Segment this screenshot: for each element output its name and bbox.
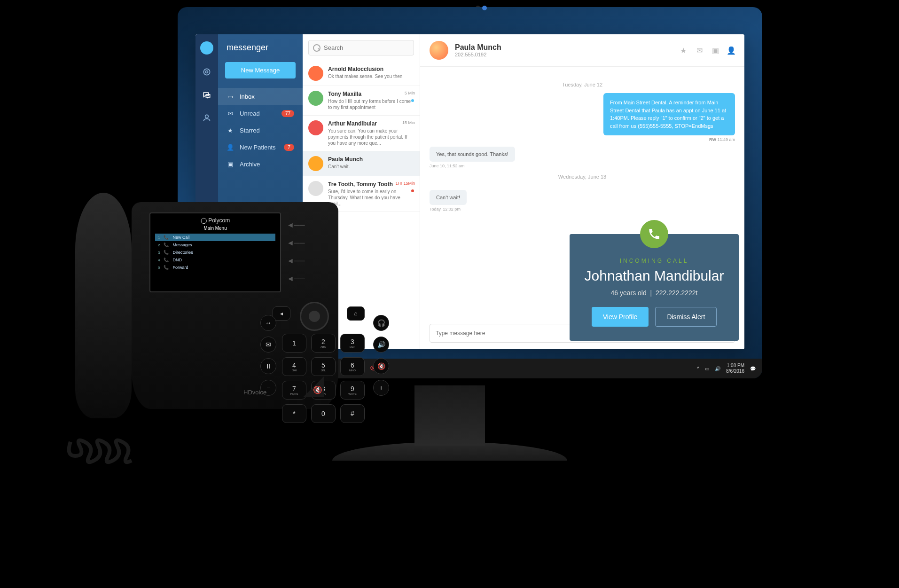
thread-preview: Ok that makes sense. See you then (328, 73, 414, 79)
thread-avatar (308, 66, 323, 81)
phone-body: ◯ Polycom Main Menu 1📞New Call2📞Messages… (132, 202, 338, 409)
phone-menu-item[interactable]: 1📞New Call (155, 234, 275, 241)
keypad-key[interactable]: 6MNO (340, 357, 365, 376)
phone-menu-item[interactable]: 5📞Forward (155, 264, 275, 271)
incoming-message-meta: June 10, 11:52 am (430, 164, 735, 168)
thread-item[interactable]: Paula Munch Can't wait. (303, 151, 420, 176)
phone-menu-title: Main Menu (155, 226, 275, 231)
contacts-icon[interactable] (201, 112, 212, 124)
incoming-call-popup: INCOMING CALL Johnathan Mandibular 46 ye… (570, 234, 739, 341)
nav-label: Starred (240, 127, 294, 134)
thread-name: Arthur Mandibular (328, 120, 414, 127)
thread-avatar (308, 156, 323, 171)
phone-mute-key[interactable]: 🔇 (373, 358, 389, 374)
search-input[interactable] (308, 40, 414, 55)
thread-preview: You sure can. You can make your payments… (328, 128, 414, 146)
tray-display-icon[interactable]: ▭ (705, 366, 709, 371)
keypad-key[interactable]: # (340, 404, 365, 423)
phone-volume-up-key[interactable]: + (373, 380, 389, 396)
date-divider: Tuesday, June 12 (430, 82, 735, 87)
keypad-key[interactable]: 1 (282, 334, 306, 353)
keypad-key[interactable]: 3DEF (340, 334, 365, 353)
keypad-key[interactable]: 2ABC (311, 334, 336, 353)
nav-label: Archive (240, 161, 294, 168)
nav-label: Unread (240, 110, 276, 117)
nav-starred[interactable]: ★ Starred (218, 122, 303, 139)
profile-avatar-icon[interactable] (200, 41, 213, 55)
mail-icon: ✉ (227, 110, 234, 117)
inbox-icon: ▭ (227, 93, 234, 100)
thread-avatar (308, 91, 323, 106)
nav-unread[interactable]: ✉ Unread 77 (218, 105, 303, 122)
phone-menu-item[interactable]: 4📞DND (155, 256, 275, 264)
phone-cord (61, 432, 146, 479)
archive-action-icon[interactable]: ▣ (711, 47, 719, 54)
incoming-call-label: INCOMING CALL (584, 258, 725, 264)
phone-brand: ◯ Polycom (155, 217, 275, 224)
keypad-key[interactable]: 0 (311, 404, 336, 423)
thread-avatar (308, 120, 323, 135)
phone-messages-key[interactable]: ✉ (260, 337, 276, 353)
incoming-message: Yes, that sounds good. Thanks! (430, 147, 515, 162)
view-profile-button[interactable]: View Profile (592, 307, 649, 327)
keypad-key[interactable]: 5JKL (311, 357, 336, 376)
thread-name: Paula Munch (328, 156, 414, 163)
phone-hold-key[interactable]: ⏸ (260, 358, 276, 374)
phone-line-key[interactable]: ◄── (287, 239, 305, 247)
phone-mute-corner[interactable]: 🔇 (303, 376, 324, 397)
incoming-message-meta: Today, 12:02 pm (430, 207, 735, 212)
phone-menu-item[interactable]: 2📞Messages (155, 241, 275, 249)
phone-icon (640, 220, 668, 248)
nav-inbox[interactable]: ▭ Inbox (218, 88, 303, 105)
contact-avatar (430, 41, 448, 60)
thread-preview: How do I fill out my forms before I come… (328, 98, 414, 110)
phone-nav-wheel[interactable] (300, 302, 329, 331)
outgoing-message-meta: RW 11:49 am (430, 137, 735, 142)
desk-phone: ◯ Polycom Main Menu 1📞New Call2📞Messages… (28, 179, 348, 461)
unread-badge: 77 (281, 110, 294, 117)
action-center-icon[interactable]: 💬 (750, 366, 756, 371)
phone-headset-key[interactable]: 🎧 (373, 315, 389, 331)
incoming-message: Can't wait! (430, 190, 467, 205)
phone-home-button[interactable]: ⌂ (347, 306, 365, 321)
thread-preview: Can't wait. (328, 164, 414, 170)
unread-dot-icon (411, 99, 414, 102)
phone-screen: ◯ Polycom Main Menu 1📞New Call2📞Messages… (149, 212, 281, 292)
phone-menu-item[interactable]: 3📞Directories (155, 249, 275, 256)
keypad-key[interactable]: 4GHI (282, 357, 306, 376)
new-message-button[interactable]: New Message (225, 62, 296, 78)
thread-item[interactable]: Arthur Mandibular You sure can. You can … (303, 116, 420, 151)
phone-speaker-key[interactable]: 🔊 (373, 337, 389, 353)
phone-transfer-key[interactable]: ↔ (260, 315, 276, 331)
thread-time: 1Hr 15Min (395, 181, 415, 186)
phone-line-key[interactable]: ◄── (287, 257, 305, 265)
nav-label: Inbox (240, 93, 294, 100)
app-title: messenger (218, 43, 303, 62)
system-clock[interactable]: 1:08 PM 8/6/2016 (726, 363, 744, 374)
star-action-icon[interactable]: ★ (680, 47, 687, 54)
messages-icon[interactable] (201, 89, 212, 101)
nav-label: New Patients (240, 144, 278, 151)
phone-line-key[interactable]: ◄── (287, 274, 305, 283)
tray-volume-icon[interactable]: 🔊 (715, 366, 720, 371)
dashboard-icon[interactable] (201, 66, 212, 78)
tray-chevron-icon[interactable]: ^ (697, 366, 699, 371)
keypad-key[interactable]: 9WXYZ (340, 381, 365, 400)
profile-action-icon[interactable]: 👤 (727, 47, 735, 54)
thread-item[interactable]: Tony Maxilla How do I fill out my forms … (303, 86, 420, 116)
svg-point-1 (206, 71, 208, 73)
archive-icon: ▣ (227, 160, 234, 168)
mail-action-icon[interactable]: ✉ (696, 47, 703, 54)
nav-archive[interactable]: ▣ Archive (218, 156, 303, 172)
phone-line-key[interactable]: ◄── (287, 221, 305, 229)
unread-dot-icon (411, 189, 414, 192)
contact-phone: 202.555.0192 (455, 52, 501, 57)
nav-new-patients[interactable]: 👤 New Patients 7 (218, 139, 303, 156)
thread-item[interactable]: Arnold Malocclusion Ok that makes sense.… (303, 61, 420, 86)
dismiss-alert-button[interactable]: Dismiss Alert (655, 307, 717, 327)
keypad-key[interactable]: * (282, 404, 306, 423)
user-plus-icon: 👤 (227, 143, 234, 151)
svg-point-0 (203, 69, 210, 75)
thread-name: Tony Maxilla (328, 91, 414, 97)
svg-point-2 (205, 115, 209, 118)
